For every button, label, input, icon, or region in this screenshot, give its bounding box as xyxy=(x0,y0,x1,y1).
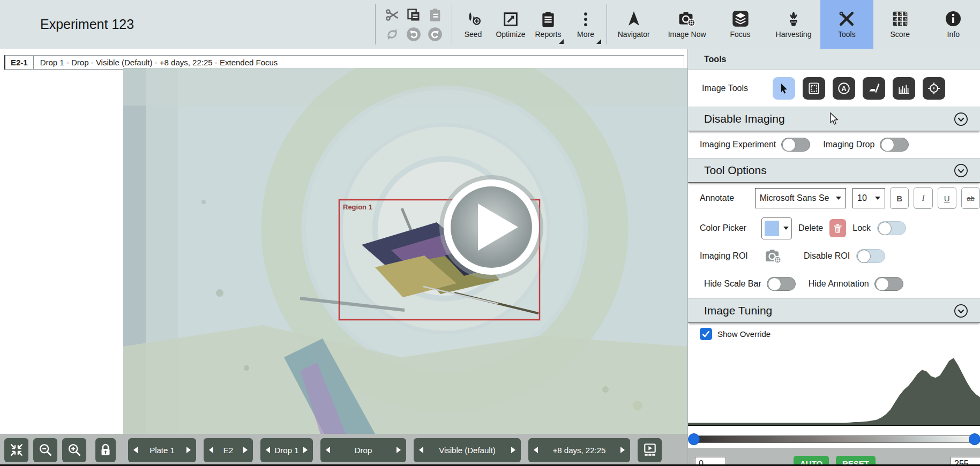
show-override-label: Show Override xyxy=(717,329,770,339)
selector-drop-1[interactable]: Drop 1 xyxy=(260,438,313,462)
selector-value: +8 days, 22:25 xyxy=(553,446,606,455)
hide-scale-bar-toggle[interactable] xyxy=(767,277,796,291)
svg-text:5: 5 xyxy=(900,17,902,21)
cut-icon[interactable] xyxy=(385,7,400,22)
imaging-roi-row: Imaging ROI Disable ROI xyxy=(688,243,980,269)
breadcrumb: Drop 1 - Drop - Visible (Default) - +8 d… xyxy=(34,58,278,67)
prev-arrow-icon[interactable] xyxy=(419,447,423,453)
collapse-section-icon[interactable] xyxy=(954,304,968,318)
histogram-tool-button[interactable] xyxy=(893,77,915,100)
underline-button[interactable]: U xyxy=(938,187,956,209)
selector-visible-default-[interactable]: Visible (Default) xyxy=(414,438,521,462)
play-overlay-button[interactable] xyxy=(439,175,543,279)
prev-arrow-icon[interactable] xyxy=(534,447,538,453)
chevron-down-icon xyxy=(783,227,789,230)
more-button[interactable]: More xyxy=(568,3,603,46)
redo-icon[interactable] xyxy=(428,27,443,42)
well-label: E2-1 xyxy=(5,56,34,69)
black-point-handle[interactable] xyxy=(688,433,700,445)
svg-text:9: 9 xyxy=(904,22,907,26)
zoom-out-button[interactable] xyxy=(33,438,57,462)
tool-options-title: Tool Options xyxy=(704,164,767,177)
imaging-drop-toggle[interactable] xyxy=(880,138,909,152)
zoom-in-icon xyxy=(67,442,82,457)
disable-roi-toggle[interactable] xyxy=(856,249,885,263)
more-icon xyxy=(578,11,594,28)
imaging-roi-camera-icon[interactable] xyxy=(764,248,782,264)
lock-view-button[interactable] xyxy=(95,438,116,462)
selector-drop[interactable]: Drop xyxy=(320,438,406,462)
reports-button[interactable]: Reports xyxy=(530,3,566,46)
seed-button[interactable]: Seed xyxy=(455,3,491,46)
prev-arrow-icon[interactable] xyxy=(266,447,270,453)
font-family-select[interactable]: Microsoft Sans Se xyxy=(755,188,846,208)
next-arrow-icon[interactable] xyxy=(511,447,515,453)
prev-arrow-icon[interactable] xyxy=(326,447,330,453)
bold-button[interactable]: B xyxy=(890,187,909,209)
movie-button[interactable] xyxy=(638,438,662,462)
show-override-checkbox[interactable] xyxy=(700,328,712,340)
harvesting-button[interactable]: Harvesting xyxy=(767,0,820,49)
imaging-experiment-toggle[interactable] xyxy=(781,138,810,152)
info-button[interactable]: Info xyxy=(927,0,980,49)
prev-arrow-icon[interactable] xyxy=(209,447,213,453)
tools-button[interactable]: Tools xyxy=(820,0,873,49)
next-arrow-icon[interactable] xyxy=(303,447,308,453)
optimize-button[interactable]: Optimize xyxy=(493,3,528,46)
next-arrow-icon[interactable] xyxy=(620,447,625,453)
well-navigation-bar: Plate 1E2Drop 1DropVisible (Default)+8 d… xyxy=(0,434,687,466)
strikethrough-button[interactable]: ab xyxy=(961,187,980,209)
collapse-section-icon[interactable] xyxy=(954,163,968,178)
italic-button[interactable]: I xyxy=(914,187,932,209)
prev-arrow-icon[interactable] xyxy=(133,447,138,453)
selector-e2[interactable]: E2 xyxy=(204,438,253,462)
navigator-button[interactable]: Navigator xyxy=(607,0,660,49)
image-now-button[interactable]: Image Now xyxy=(660,0,713,49)
harvesting-icon xyxy=(785,10,802,27)
hide-annotation-toggle[interactable] xyxy=(874,277,903,291)
lock-toggle[interactable] xyxy=(877,221,906,235)
fit-screen-button[interactable] xyxy=(4,438,28,462)
navigator-icon xyxy=(625,10,642,27)
copy-icon[interactable] xyxy=(406,7,421,22)
focus-button[interactable]: Focus xyxy=(714,0,767,49)
levels-gradient-track[interactable] xyxy=(693,435,976,443)
drop-image[interactable]: Region 1 xyxy=(123,68,687,434)
fit-screen-icon xyxy=(9,442,24,457)
color-chip xyxy=(765,221,779,236)
next-arrow-icon[interactable] xyxy=(186,447,191,453)
annotate-tool-button[interactable]: A xyxy=(833,77,855,100)
disable-imaging-row: Imaging Experiment Imaging Drop xyxy=(688,131,980,158)
paste-icon[interactable] xyxy=(428,7,443,22)
white-point-handle[interactable] xyxy=(969,433,980,445)
zoom-in-button[interactable] xyxy=(62,438,86,462)
selector--8-days-22-25[interactable]: +8 days, 22:25 xyxy=(528,438,630,462)
svg-text:7: 7 xyxy=(895,22,897,26)
seed-label: Seed xyxy=(465,30,482,39)
image-tuning-title: Image Tuning xyxy=(704,304,772,317)
toolbar-nav: Navigator Image Now Focus Harvesting Too… xyxy=(607,0,980,49)
next-arrow-icon[interactable] xyxy=(243,447,248,453)
selector-plate-1[interactable]: Plate 1 xyxy=(128,438,196,462)
disable-imaging-title: Disable Imaging xyxy=(704,112,785,125)
undo-icon[interactable] xyxy=(406,27,421,42)
color-picker-swatch[interactable] xyxy=(761,217,792,239)
measure-tool-button[interactable] xyxy=(863,77,885,100)
pointer-tool-button[interactable] xyxy=(773,77,795,100)
image-tuning-header[interactable]: Image Tuning xyxy=(688,298,980,323)
score-button[interactable]: 123456789 Score xyxy=(873,0,926,49)
font-size-select[interactable]: 10 xyxy=(852,188,885,208)
region-tool-button[interactable] xyxy=(803,77,825,100)
delete-annotation-button[interactable] xyxy=(829,219,846,237)
next-arrow-icon[interactable] xyxy=(397,447,401,453)
collapse-section-icon[interactable] xyxy=(954,112,968,126)
score-icon: 123456789 xyxy=(892,10,909,27)
tuning-controls-strip: 0 AUTO RESET 255 xyxy=(688,448,980,466)
reports-label: Reports xyxy=(535,30,561,39)
sync-icon[interactable] xyxy=(385,27,400,42)
disable-imaging-header[interactable]: Disable Imaging xyxy=(688,107,980,131)
target-tool-button[interactable] xyxy=(923,77,945,100)
annotate-label: Annotate xyxy=(700,193,755,203)
imaging-roi-label: Imaging ROI xyxy=(700,251,758,261)
tool-options-header[interactable]: Tool Options xyxy=(688,158,980,183)
